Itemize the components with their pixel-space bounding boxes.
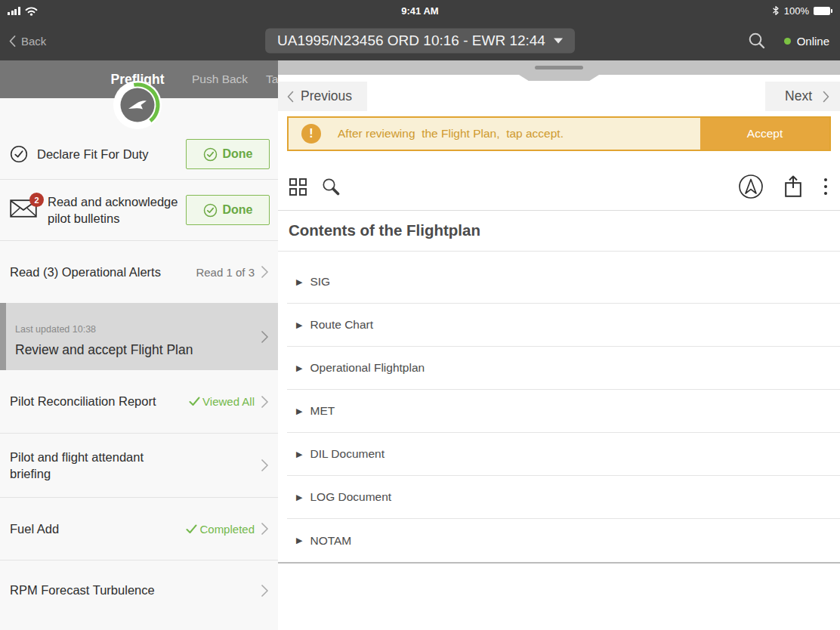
contents-item-route-chart[interactable]: ▶ Route Chart bbox=[287, 304, 840, 347]
chevron-right-icon bbox=[823, 91, 829, 103]
checklist-item-attendant-briefing[interactable]: Pilot and flight attendant briefing bbox=[0, 433, 278, 497]
share-icon[interactable] bbox=[783, 174, 804, 199]
contents-item-sig[interactable]: ▶ SIG bbox=[287, 261, 840, 304]
done-button[interactable]: Done bbox=[186, 195, 270, 225]
item-label: Fuel Add bbox=[10, 520, 59, 537]
checklist-item-operational-alerts[interactable]: Read (3) Operational Alerts Read 1 of 3 bbox=[0, 240, 278, 303]
next-button[interactable]: Next bbox=[765, 82, 840, 111]
contents-label: Route Chart bbox=[310, 318, 373, 332]
checklist-item-fit-for-duty[interactable]: Declare Fit For Duty Done bbox=[0, 129, 278, 179]
checklist-item-fuel-add[interactable]: Fuel Add Completed bbox=[0, 497, 278, 560]
banner-message: After reviewing the Flight Plan, tap acc… bbox=[338, 127, 564, 141]
locate-annotate-icon[interactable] bbox=[738, 174, 764, 199]
done-label: Done bbox=[223, 203, 253, 217]
page-title: Contents of the Flightplan bbox=[278, 211, 840, 252]
done-label: Done bbox=[223, 147, 253, 161]
item-status: Completed bbox=[199, 523, 255, 536]
item-label: Pilot Reconciliation Report bbox=[10, 393, 156, 409]
pager-row: Previous Next bbox=[278, 82, 840, 111]
chevron-right-icon bbox=[261, 584, 269, 598]
item-label: RPM Forecast Turbulence bbox=[10, 582, 155, 598]
done-check-icon bbox=[203, 203, 218, 218]
flight-title: UA1995/N23456 ORD 10:16 - EWR 12:44 bbox=[277, 32, 545, 49]
online-dot-icon bbox=[784, 38, 791, 45]
phase-progress-badge-icon bbox=[113, 81, 162, 129]
check-icon bbox=[189, 397, 200, 406]
nav-right: Online bbox=[748, 32, 829, 50]
document-search-icon[interactable] bbox=[321, 177, 341, 196]
previous-button[interactable]: Previous bbox=[278, 82, 367, 111]
envelope-wrap: 2 bbox=[10, 199, 37, 221]
alert-icon: ! bbox=[301, 124, 321, 144]
drag-handle[interactable] bbox=[535, 66, 583, 69]
chevron-down-icon bbox=[554, 38, 563, 43]
item-meta: Last updated 10:38 bbox=[15, 324, 278, 335]
check-icon bbox=[186, 524, 197, 534]
contents-label: NOTAM bbox=[310, 534, 351, 548]
back-chevron-icon bbox=[9, 35, 16, 47]
item-label: Pilot and flight attendant briefing bbox=[10, 449, 168, 483]
online-label: Online bbox=[797, 35, 829, 48]
chevron-left-icon bbox=[287, 91, 294, 103]
check-circle-icon bbox=[10, 145, 28, 163]
checklist-item-pilot-bulletins[interactable]: 2 Read and acknowledge pilot bulletins D… bbox=[0, 179, 278, 240]
app-screen: 9:41 AM 100% Back UA1995/N23456 ORD 10:1… bbox=[0, 0, 840, 630]
contents-label: LOG Document bbox=[310, 490, 391, 504]
done-button[interactable]: Done bbox=[186, 139, 270, 169]
item-label: Read and acknowledge pilot bulletins bbox=[48, 193, 182, 227]
accept-flight-plan-banner: ! After reviewing the Flight Plan, tap a… bbox=[287, 116, 831, 151]
item-label: Declare Fit For Duty bbox=[37, 146, 149, 162]
contents-item-operational-flightplan[interactable]: ▶ Operational Flightplan bbox=[287, 347, 840, 390]
status-time: 9:41 AM bbox=[0, 5, 840, 17]
contents-label: Operational Flightplan bbox=[310, 361, 425, 375]
online-status: Online bbox=[784, 35, 829, 48]
item-status: Read 1 of 3 bbox=[196, 266, 255, 279]
document-toolbar bbox=[289, 170, 829, 203]
chevron-right-icon bbox=[261, 265, 269, 279]
item-label: Review and accept Flight Plan bbox=[15, 342, 278, 358]
checklist-item-rpm-turbulence[interactable]: RPM Forecast Turbulence bbox=[0, 560, 278, 620]
thumbnail-grid-icon[interactable] bbox=[289, 178, 307, 196]
checklist-item-review-flight-plan-selected[interactable]: Last updated 10:38 Review and accept Fli… bbox=[0, 303, 278, 370]
expand-triangle-icon: ▶ bbox=[296, 364, 302, 372]
more-options-icon[interactable] bbox=[823, 177, 829, 197]
contents-item-dil-document[interactable]: ▶ DIL Document bbox=[287, 433, 840, 476]
status-bar: 9:41 AM 100% bbox=[0, 0, 840, 21]
flightplan-contents-list: ▶ SIG ▶ Route Chart ▶ Operational Flight… bbox=[278, 252, 840, 562]
tab-taxi-truncated[interactable]: Ta bbox=[266, 73, 278, 86]
contents-label: MET bbox=[310, 404, 335, 418]
item-status-viewed: Viewed All bbox=[189, 395, 255, 408]
drawer-tab bbox=[519, 75, 599, 81]
flight-selector[interactable]: UA1995/N23456 ORD 10:16 - EWR 12:44 bbox=[265, 29, 575, 54]
contents-item-notam[interactable]: ▶ NOTAM bbox=[287, 519, 840, 562]
checklist-item-reconciliation-report[interactable]: Pilot Reconciliation Report Viewed All bbox=[0, 370, 278, 433]
item-status: Viewed All bbox=[202, 395, 255, 408]
contents-item-met[interactable]: ▶ MET bbox=[287, 390, 840, 433]
previous-label: Previous bbox=[301, 88, 352, 104]
back-button[interactable]: Back bbox=[9, 35, 46, 48]
drawer-strip bbox=[278, 60, 840, 75]
back-label: Back bbox=[21, 35, 46, 48]
expand-triangle-icon: ▶ bbox=[296, 321, 302, 329]
expand-triangle-icon: ▶ bbox=[296, 407, 302, 415]
search-icon[interactable] bbox=[748, 32, 766, 50]
contents-end-divider bbox=[278, 562, 840, 564]
expand-triangle-icon: ▶ bbox=[296, 278, 302, 286]
tab-push-back[interactable]: Push Back bbox=[192, 73, 248, 86]
flight-plan-panel: Previous Next ! After reviewing the Flig… bbox=[278, 60, 840, 630]
chevron-right-icon bbox=[261, 459, 269, 472]
contents-label: SIG bbox=[310, 275, 330, 289]
preflight-checklist-sidebar: Preflight Push Back Ta Declare Fit For D… bbox=[0, 60, 278, 630]
accept-button[interactable]: Accept bbox=[700, 118, 829, 150]
contents-label: DIL Document bbox=[310, 447, 384, 461]
chevron-right-icon bbox=[261, 395, 269, 409]
next-label: Next bbox=[785, 88, 812, 104]
done-check-icon bbox=[203, 147, 218, 162]
contents-item-log-document[interactable]: ▶ LOG Document bbox=[287, 476, 840, 519]
expand-triangle-icon: ▶ bbox=[296, 450, 302, 459]
chevron-right-icon bbox=[261, 330, 269, 344]
expand-triangle-icon: ▶ bbox=[296, 536, 302, 545]
expand-triangle-icon: ▶ bbox=[296, 493, 302, 502]
item-label: Read (3) Operational Alerts bbox=[10, 264, 161, 280]
nav-bar: Back UA1995/N23456 ORD 10:16 - EWR 12:44… bbox=[0, 21, 840, 60]
